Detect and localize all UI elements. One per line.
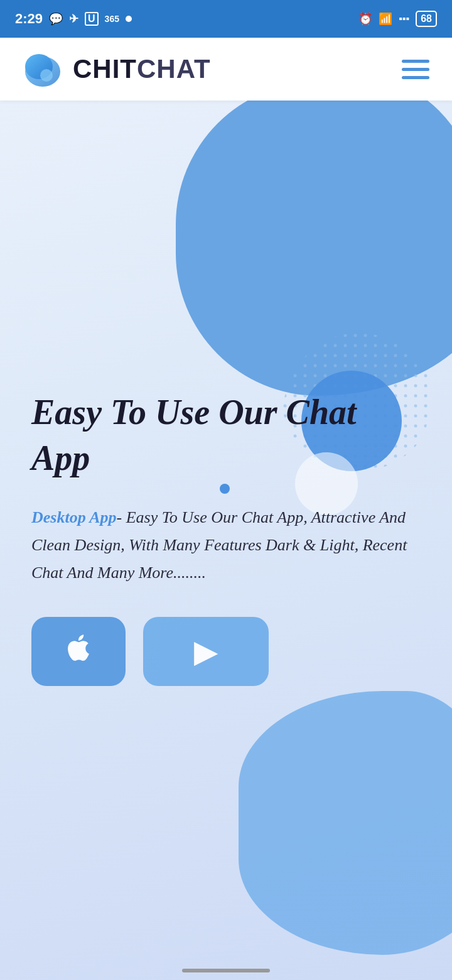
dot-indicator	[126, 16, 132, 22]
button-group: ▶	[31, 617, 421, 686]
status-right: ⏰ 📶 ▪▪▪ 68	[358, 11, 437, 27]
battery-indicator: 68	[416, 11, 437, 27]
logo-text: CHITCHAT	[73, 54, 211, 84]
alarm-icon: ⏰	[358, 12, 372, 26]
play-store-button[interactable]: ▶	[143, 617, 269, 686]
calendar-icon: 365	[105, 14, 119, 24]
hero-content: Easy To Use Our Chat App Desktop App- Ea…	[31, 389, 421, 686]
hero-section: Easy To Use Our Chat App Desktop App- Ea…	[0, 101, 452, 980]
play-icon: ▶	[194, 633, 218, 670]
telegram-icon: ✈	[69, 12, 78, 26]
status-bar: 2:29 💬 ✈ U 365 ⏰ 📶 ▪▪▪ 68	[0, 0, 452, 38]
hero-description: Desktop App- Easy To Use Our Chat App, A…	[31, 504, 421, 587]
wifi-icon: 📶	[379, 12, 392, 26]
logo-area: CHITCHAT	[23, 49, 211, 89]
status-left: 2:29 💬 ✈ U 365	[15, 11, 132, 27]
hamburger-line-1	[402, 60, 429, 63]
blob-bottom-right	[239, 691, 452, 955]
hero-title: Easy To Use Our Chat App	[31, 389, 421, 481]
hamburger-line-2	[402, 68, 429, 71]
u-icon: U	[85, 12, 99, 26]
logo-chat: CHAT	[137, 54, 211, 84]
messages-icon: 💬	[49, 12, 63, 26]
logo-icon	[23, 49, 63, 89]
status-time: 2:29	[15, 11, 43, 27]
hamburger-line-3	[402, 76, 429, 79]
hamburger-menu[interactable]	[402, 60, 429, 79]
description-highlight: Desktop App	[31, 508, 117, 526]
apple-icon	[63, 632, 94, 671]
apple-store-button[interactable]	[31, 617, 126, 686]
svg-point-2	[40, 69, 53, 82]
home-indicator	[182, 969, 270, 972]
logo-chit: CHIT	[73, 54, 137, 84]
signal-icon: ▪▪▪	[399, 13, 409, 24]
header: CHITCHAT	[0, 38, 452, 101]
